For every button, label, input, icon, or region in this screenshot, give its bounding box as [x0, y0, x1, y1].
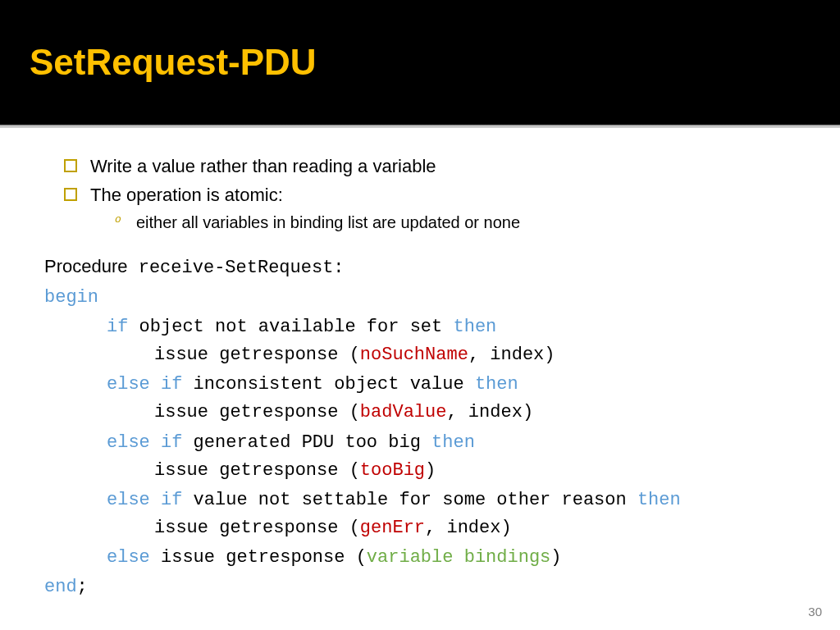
keyword-elseif: else if [107, 432, 182, 453]
success-token: variable bindings [367, 547, 550, 568]
keyword-if: if [107, 317, 128, 337]
code-text: value not settable for some other reason [182, 490, 637, 510]
code-text: ) [425, 460, 436, 481]
code-line: else if inconsistent object value then [44, 369, 807, 399]
procedure-label: Procedure [44, 256, 128, 276]
code-line: issue getresponse (noSuchName, index) [44, 341, 807, 369]
code-line: issue getresponse (badValue, index) [44, 399, 807, 427]
keyword-end: end [44, 577, 77, 597]
keyword-then: then [453, 317, 496, 337]
keyword-begin: begin [44, 287, 98, 308]
procedure-header: Procedure receive-SetRequest: [44, 253, 807, 282]
code-text: issue getresponse ( [154, 345, 360, 365]
code-line: issue getresponse (tooBig) [44, 457, 807, 485]
keyword-then: then [475, 374, 518, 395]
bullet-item: The operation is atomic: either all vari… [64, 181, 807, 235]
procedure-name: receive-SetRequest: [128, 258, 345, 278]
page-number: 30 [808, 605, 822, 619]
code-line: else if generated PDU too big then [44, 427, 807, 457]
keyword-elseif: else if [107, 374, 182, 395]
code-line: if object not available for set then [44, 312, 807, 341]
slide-body: Write a value rather than reading a vari… [0, 128, 840, 601]
bullet-list: Write a value rather than reading a vari… [64, 153, 807, 235]
keyword-then: then [637, 490, 681, 510]
code-line: issue getresponse (genErr, index) [44, 514, 807, 542]
error-token: tooBig [360, 460, 425, 481]
procedure-block: Procedure receive-SetRequest: begin if o… [44, 253, 807, 601]
code-text: issue getresponse ( [154, 460, 360, 481]
code-text: generated PDU too big [182, 432, 431, 453]
error-token: noSuchName [360, 345, 468, 365]
code-text: ) [550, 547, 561, 568]
code-text: ; [77, 577, 88, 597]
sub-bullet-list: either all variables in binding list are… [115, 210, 807, 235]
error-token: genErr [360, 518, 425, 538]
code-text: , index) [468, 345, 555, 365]
error-token: badValue [360, 402, 447, 422]
header-bar: SetRequest-PDU [0, 0, 840, 125]
code-text: issue getresponse ( [150, 547, 367, 568]
code-line: else issue getresponse (variable binding… [44, 542, 807, 572]
code-text: object not available for set [128, 317, 453, 337]
sub-bullet-item: either all variables in binding list are… [115, 210, 807, 235]
bullet-text: The operation is atomic: [90, 185, 283, 205]
code-line: end; [44, 572, 807, 601]
code-text: inconsistent object value [182, 374, 474, 395]
code-text: issue getresponse ( [154, 518, 360, 538]
code-line: begin [44, 282, 807, 312]
code-line: else if value not settable for some othe… [44, 485, 807, 514]
code-text: issue getresponse ( [154, 402, 360, 422]
keyword-else: else [107, 547, 150, 568]
keyword-elseif: else if [107, 490, 182, 510]
bullet-item: Write a value rather than reading a vari… [64, 153, 807, 180]
keyword-then: then [431, 432, 475, 453]
slide: SetRequest-PDU Write a value rather than… [0, 0, 840, 630]
slide-title: SetRequest-PDU [30, 42, 317, 83]
code-text: , index) [425, 518, 512, 538]
code-text: , index) [446, 402, 533, 422]
